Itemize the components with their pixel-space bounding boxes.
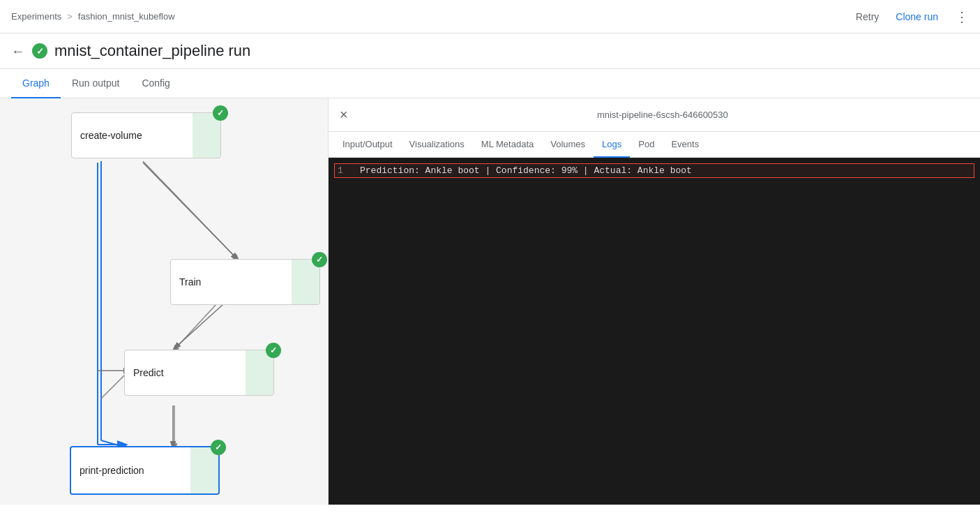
panel-tab-events[interactable]: Events	[663, 132, 707, 158]
node-train-label: Train	[179, 276, 201, 288]
node-print-prediction-label: print-prediction	[80, 465, 144, 476]
node-create-volume[interactable]: create-volume	[71, 112, 221, 158]
page-title: mnist_container_pipeline run	[54, 42, 250, 60]
breadcrumb: Experiments > fashion_mnist_kubeflow	[11, 11, 175, 22]
top-bar-actions: Retry Clone run ⋮	[856, 8, 969, 25]
node-train[interactable]: Train	[170, 259, 320, 305]
node-create-volume-label: create-volume	[80, 130, 142, 141]
run-breadcrumb: fashion_mnist_kubeflow	[78, 11, 175, 22]
node-predict[interactable]: Predict	[124, 350, 274, 396]
node-train-check	[312, 252, 327, 267]
node-create-volume-check	[213, 105, 228, 121]
log-line-text: Prediction: Ankle boot | Confidence: 99%…	[360, 165, 692, 176]
back-button[interactable]: ←	[11, 43, 25, 59]
panel-title: mnist-pipeline-6scsh-646600530	[356, 110, 969, 120]
log-area: 1 Prediction: Ankle boot | Confidence: 9…	[329, 158, 980, 505]
node-predict-label: Predict	[133, 367, 164, 378]
clone-run-button[interactable]: Clone run	[896, 11, 938, 22]
tab-config[interactable]: Config	[130, 69, 181, 98]
svg-line-2	[174, 304, 216, 350]
success-status-icon	[32, 43, 47, 59]
pipeline-graph: create-volume Train Predict print-predic…	[0, 98, 328, 505]
right-panel: × mnist-pipeline-6scsh-646600530 Input/O…	[328, 98, 980, 505]
panel-tab-ml-metadata[interactable]: ML Metadata	[473, 132, 542, 158]
log-line-num: 1	[338, 165, 349, 176]
tab-run-output[interactable]: Run output	[61, 69, 131, 98]
panel-close-button[interactable]: ×	[340, 107, 348, 123]
panel-header: × mnist-pipeline-6scsh-646600530	[329, 98, 980, 132]
tab-graph[interactable]: Graph	[11, 69, 61, 98]
node-print-prediction[interactable]: print-prediction	[70, 446, 220, 495]
main-tabs: Graph Run output Config	[0, 69, 980, 98]
panel-tabs: Input/Output Visualizations ML Metadata …	[329, 132, 980, 158]
main-content: create-volume Train Predict print-predic…	[0, 98, 980, 505]
panel-tab-logs[interactable]: Logs	[594, 132, 630, 158]
more-options-button[interactable]: ⋮	[955, 8, 969, 25]
page-title-area: ← mnist_container_pipeline run	[0, 34, 980, 69]
panel-tab-pod[interactable]: Pod	[630, 132, 663, 158]
experiments-link[interactable]: Experiments	[11, 11, 61, 22]
node-print-prediction-check	[211, 440, 226, 455]
panel-tab-input-output[interactable]: Input/Output	[334, 132, 401, 158]
log-line-1: 1 Prediction: Ankle boot | Confidence: 9…	[334, 163, 974, 178]
panel-tab-visualizations[interactable]: Visualizations	[401, 132, 473, 158]
graph-area: create-volume Train Predict print-predic…	[0, 98, 328, 505]
panel-tab-volumes[interactable]: Volumes	[542, 132, 594, 158]
breadcrumb-separator: >	[67, 11, 73, 22]
svg-line-0	[143, 161, 237, 259]
top-bar: Experiments > fashion_mnist_kubeflow Ret…	[0, 0, 980, 34]
node-print-prediction-bar	[190, 447, 218, 493]
retry-button[interactable]: Retry	[856, 11, 879, 22]
node-predict-check	[266, 343, 281, 358]
